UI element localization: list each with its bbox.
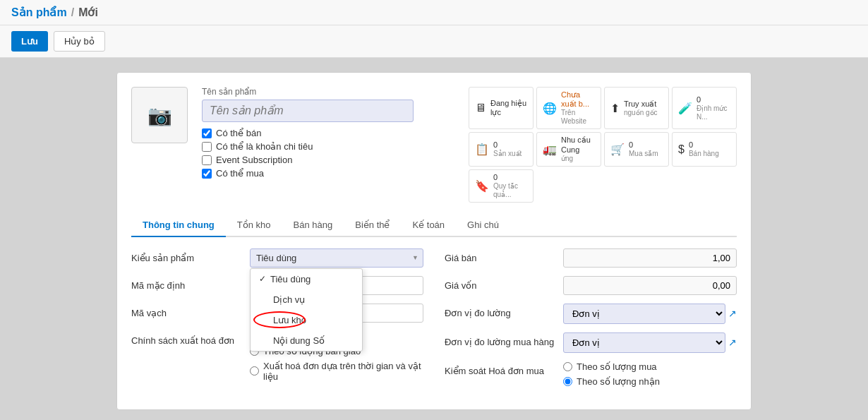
checkbox-chi-tieu-input[interactable] — [202, 142, 212, 152]
dropdown-item-noi-dung[interactable]: Nội dung Số — [251, 330, 362, 351]
tab-ghi-chu[interactable]: Ghi chú — [456, 214, 510, 237]
kiem-soat-radio-group: Theo số lượng mua Theo số lượng nhận — [563, 361, 737, 387]
status-mua-sam-label: Mua sắm — [629, 150, 658, 158]
product-name-label: Tên sản phẩm — [202, 87, 454, 97]
breadcrumb-parent[interactable]: Sản phẩm — [11, 6, 67, 19]
kieu-san-pham-row: Kiểu sản phẩm Tiêu dùng ✓ Tiêu dùng — [131, 248, 423, 268]
kieu-san-pham-select[interactable]: Tiêu dùng — [250, 248, 423, 268]
tab-ban-hang[interactable]: Bán hàng — [282, 214, 344, 237]
status-ban-hang[interactable]: $ 0 Bán hàng — [672, 132, 737, 166]
radio-so-luong-mua-input[interactable] — [563, 362, 572, 371]
tab-bien-the[interactable]: Biến thể — [344, 214, 401, 237]
status-mua-sam-count: 0 — [629, 140, 658, 150]
dropdown-item-dich-vu-label: Dịch vụ — [273, 294, 305, 305]
gia-von-input[interactable] — [563, 276, 737, 295]
gia-von-row: Giá vốn — [445, 276, 737, 295]
truck-icon: 🚛 — [543, 143, 557, 156]
tab-ton-kho[interactable]: Tồn kho — [226, 214, 282, 237]
status-dinh-muc[interactable]: 🧪 0 Định mức N... — [672, 87, 737, 129]
status-truy-xuat-label: Truy xuất — [624, 100, 658, 109]
status-dang-hieu-luc-label: Đang hiệu lực — [490, 99, 527, 117]
product-header: 📷 Tên sản phẩm Có thể bán Có thể là khoả… — [131, 87, 737, 203]
checkbox-chi-tieu-label: Có thể là khoản chi tiêu — [216, 141, 313, 152]
product-info: Tên sản phẩm Có thể bán Có thể là khoản … — [202, 87, 454, 203]
checkbox-co-the-ban-label: Có thể bán — [216, 128, 261, 138]
kieu-san-pham-dropdown: ✓ Tiêu dùng Dịch vụ Lưu kho — [250, 268, 363, 352]
dropdown-item-luu-kho-label: Lưu kho — [273, 315, 306, 325]
status-ban-hang-label: Bán hàng — [689, 150, 719, 158]
dropdown-item-tieu-dung[interactable]: ✓ Tiêu dùng — [251, 269, 362, 289]
breadcrumb-separator: / — [71, 6, 74, 19]
kieu-san-pham-control: Tiêu dùng ✓ Tiêu dùng Dịch vụ — [250, 248, 423, 268]
radio-so-luong-nhan-label: Theo số lượng nhận — [577, 376, 660, 387]
gia-von-label: Giá vốn — [445, 276, 557, 291]
dollar-icon: $ — [678, 143, 685, 156]
status-dinh-muc-count: 0 — [697, 95, 730, 104]
checkbox-co-the-mua-input[interactable] — [202, 169, 212, 179]
form-card: 📷 Tên sản phẩm Có thể bán Có thể là khoả… — [116, 72, 752, 410]
check-icon: ✓ — [259, 274, 266, 284]
radio-so-luong-nhan-input[interactable] — [563, 377, 572, 386]
radio-thoi-gian-label: Xuất hoá đơn dựa trên thời gian và vật l… — [263, 361, 423, 382]
status-truy-xuat-sub: nguồn gốc — [624, 109, 658, 117]
clipboard-icon: 📋 — [475, 143, 489, 156]
save-button[interactable]: Lưu — [11, 31, 48, 52]
don-vi-mua-control: Đơn vị ↗ — [563, 332, 737, 353]
checkbox-co-the-ban-input[interactable] — [202, 128, 212, 138]
dropdown-item-luu-kho[interactable]: Lưu kho — [251, 310, 362, 330]
form-right: Giá bán Giá vốn Đơn vị đo lường — [445, 248, 737, 395]
status-truy-xuat[interactable]: ⬆ Truy xuất nguồn gốc — [604, 87, 669, 129]
status-nhu-cau-sub: ứng — [561, 155, 595, 163]
status-san-xuat[interactable]: 📋 0 Sản xuất — [469, 132, 534, 166]
don-vi-mua-external-icon[interactable]: ↗ — [728, 337, 737, 348]
checkbox-event-input[interactable] — [202, 155, 212, 165]
status-quy-tac-label: Quy tắc quả... — [493, 182, 527, 199]
don-vi-select[interactable]: Đơn vị — [563, 304, 725, 324]
gia-ban-row: Giá bán — [445, 248, 737, 268]
status-dang-hieu-luc[interactable]: 🖥 Đang hiệu lực — [469, 87, 534, 129]
chinh-sach-label: Chính sách xuất hoá đơn — [131, 331, 244, 346]
flask-icon: 🧪 — [678, 102, 692, 115]
checkbox-co-the-ban: Có thể bán — [202, 128, 454, 138]
product-name-input[interactable] — [202, 100, 414, 122]
cancel-button[interactable]: Hủy bỏ — [54, 31, 105, 52]
ma-mac-dinh-label: Mã mặc định — [131, 276, 244, 291]
gia-ban-input[interactable] — [563, 248, 737, 268]
checkbox-event-label: Event Subscription — [216, 155, 292, 165]
status-nhu-cau[interactable]: 🚛 Nhu cầu Cung ứng — [536, 132, 601, 166]
radio-so-luong-nhan: Theo số lượng nhận — [563, 376, 737, 387]
don-vi-select-wrapper: Đơn vị ↗ — [563, 304, 737, 324]
main-content: 📷 Tên sản phẩm Có thể bán Có thể là khoả… — [0, 58, 868, 420]
don-vi-mua-select-wrapper: Đơn vị ↗ — [563, 332, 737, 353]
cart-icon: 🛒 — [610, 143, 625, 156]
radio-so-luong-mua-label: Theo số lượng mua — [577, 361, 657, 372]
radio-thoi-gian-input[interactable] — [250, 366, 259, 376]
status-quy-tac[interactable]: 🔖 0 Quy tắc quả... — [469, 169, 534, 203]
bookmark-icon: 🔖 — [475, 179, 489, 193]
form-body: Kiểu sản phẩm Tiêu dùng ✓ Tiêu dùng — [131, 248, 737, 395]
dropdown-item-dich-vu[interactable]: Dịch vụ — [251, 289, 362, 310]
breadcrumb: Sản phẩm / Mới — [11, 6, 98, 19]
status-website[interactable]: 🌐 Chưa xuất b... Trên Website — [536, 87, 601, 129]
product-image-upload[interactable]: 📷 — [131, 87, 188, 143]
status-website-label: Chưa xuất b... — [561, 90, 595, 109]
kieu-san-pham-label: Kiểu sản phẩm — [131, 248, 244, 263]
status-mua-sam[interactable]: 🛒 0 Mua sắm — [604, 132, 669, 166]
tab-ke-toan[interactable]: Kế toán — [401, 214, 456, 237]
gia-ban-label: Giá bán — [445, 248, 557, 263]
gia-von-control — [563, 276, 737, 295]
camera-icon: 📷 — [147, 104, 172, 127]
don-vi-mua-row: Đơn vị đo lường mua hàng Đơn vị ↗ — [445, 332, 737, 353]
status-ban-hang-count: 0 — [689, 140, 719, 150]
tabs: Thông tin chung Tồn kho Bán hàng Biến th… — [131, 214, 737, 237]
checkbox-group: Có thể bán Có thể là khoản chi tiêu Even… — [202, 128, 454, 179]
checkbox-co-the-mua-label: Có thể mua — [216, 168, 264, 179]
don-vi-external-icon[interactable]: ↗ — [728, 308, 737, 319]
don-vi-label: Đơn vị đo lường — [445, 304, 557, 318]
dropdown-item-tieu-dung-label: Tiêu dùng — [270, 274, 311, 284]
dropdown-item-noi-dung-label: Nội dung Số — [273, 335, 325, 346]
ma-vach-label: Mã vạch — [131, 304, 244, 318]
don-vi-mua-select[interactable]: Đơn vị — [563, 332, 725, 353]
tab-thong-tin-chung[interactable]: Thông tin chung — [131, 214, 226, 237]
kiem-soat-control: Theo số lượng mua Theo số lượng nhận — [563, 361, 737, 387]
